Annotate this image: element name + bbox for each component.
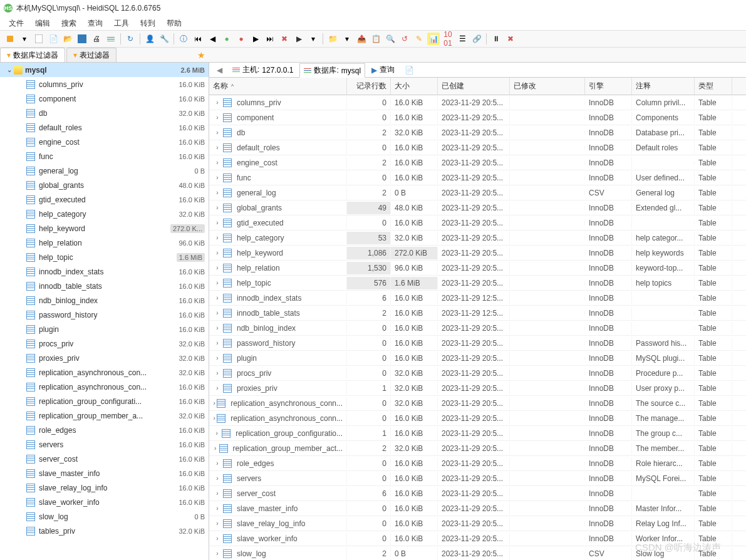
- table-row[interactable]: ›plugin 0 16.0 KiB 2023-11-29 20:5... In…: [209, 351, 746, 366]
- menu-item[interactable]: 查询: [83, 17, 108, 30]
- menu-item[interactable]: 搜索: [56, 17, 81, 30]
- table-row[interactable]: ›replication_asynchronous_conn... 0 16.0…: [209, 411, 746, 426]
- tab-table-filter[interactable]: ▾ 表过滤器: [66, 48, 117, 62]
- tree-table-row[interactable]: server_cost 16.0 KiB: [0, 452, 209, 466]
- tree-table-row[interactable]: gtid_executed 16.0 KiB: [0, 192, 209, 207]
- table-row[interactable]: ›gtid_executed 0 16.0 KiB 2023-11-29 20:…: [209, 215, 746, 231]
- tree-table-row[interactable]: func 16.0 KiB: [0, 149, 209, 163]
- tab-db-filter[interactable]: ▾ 数据库过滤器: [0, 48, 65, 62]
- caret-right-icon[interactable]: ›: [213, 385, 222, 391]
- menu-item[interactable]: 帮助: [162, 17, 187, 30]
- tree-table-row[interactable]: db 32.0 KiB: [0, 106, 209, 120]
- caret-right-icon[interactable]: ›: [213, 445, 218, 452]
- prev-icon[interactable]: ◀: [206, 33, 219, 45]
- tree-database-row[interactable]: ⌄ mysql 2.6 MiB: [0, 63, 209, 77]
- add-icon[interactable]: ●: [220, 33, 233, 45]
- table-row[interactable]: ›server_cost 6 16.0 KiB 2023-11-29 20:5.…: [209, 486, 746, 501]
- table-row[interactable]: ›slave_relay_log_info 0 16.0 KiB 2023-11…: [209, 516, 746, 531]
- tools-icon[interactable]: 🔧: [158, 33, 170, 45]
- tree-table-row[interactable]: columns_priv 16.0 KiB: [0, 77, 209, 91]
- info-icon[interactable]: ⓘ: [177, 33, 190, 45]
- run-icon[interactable]: ▶: [293, 33, 305, 45]
- table-row[interactable]: ›replication_group_member_act... 2 32.0 …: [209, 441, 746, 456]
- table-row[interactable]: ›help_category 53 32.0 KiB 2023-11-29 20…: [209, 231, 746, 246]
- tree-table-row[interactable]: innodb_index_stats 16.0 KiB: [0, 264, 209, 279]
- table-row[interactable]: ›servers 0 16.0 KiB 2023-11-29 20:5... I…: [209, 471, 746, 486]
- caret-right-icon[interactable]: ›: [213, 370, 222, 376]
- chevron-down-icon[interactable]: ▾: [18, 33, 31, 45]
- table-row[interactable]: ›procs_priv 0 32.0 KiB 2023-11-29 20:5..…: [209, 366, 746, 381]
- caret-right-icon[interactable]: ›: [213, 535, 222, 542]
- table-row[interactable]: ›component 0 16.0 KiB 2023-11-29 20:5...…: [209, 110, 746, 125]
- caret-right-icon[interactable]: ›: [213, 550, 222, 557]
- col-type[interactable]: 类型: [695, 78, 732, 95]
- caret-right-icon[interactable]: ›: [213, 249, 222, 256]
- refresh-icon[interactable]: ↻: [124, 33, 137, 45]
- chart-icon[interactable]: 📊: [427, 33, 440, 45]
- caret-right-icon[interactable]: ›: [213, 430, 220, 437]
- tab-query[interactable]: ▶ 查询: [368, 63, 398, 76]
- table-row[interactable]: ›innodb_table_stats 2 16.0 KiB 2023-11-2…: [209, 306, 746, 321]
- table-row[interactable]: ›replication_group_configuratio... 1 16.…: [209, 426, 746, 441]
- tree-table-row[interactable]: slave_relay_log_info 16.0 KiB: [0, 480, 209, 495]
- tree-table-row[interactable]: tables_priv 32.0 KiB: [0, 524, 209, 538]
- search-icon[interactable]: 🔍: [384, 33, 396, 45]
- table-grid[interactable]: 名称^ 记录行数 大小 已创建 已修改 引擎 注释 类型 ›columns_pr…: [209, 78, 746, 560]
- caret-right-icon[interactable]: ›: [213, 144, 222, 151]
- caret-right-icon[interactable]: ›: [213, 340, 222, 346]
- caret-right-icon[interactable]: ›: [213, 174, 222, 181]
- caret-right-icon[interactable]: ›: [213, 309, 222, 316]
- caret-right-icon[interactable]: ›: [213, 159, 222, 166]
- cancel-icon[interactable]: ✖: [278, 33, 291, 45]
- col-engine[interactable]: 引擎: [585, 78, 632, 95]
- caret-right-icon[interactable]: ›: [213, 355, 222, 361]
- tree-table-row[interactable]: replication_group_configurati... 16.0 Ki…: [0, 394, 209, 408]
- chevron-down-icon[interactable]: ▾: [307, 33, 319, 45]
- menu-item[interactable]: 编辑: [30, 17, 55, 30]
- tree-table-row[interactable]: slave_worker_info 16.0 KiB: [0, 495, 209, 509]
- table-row[interactable]: ›replication_asynchronous_conn... 0 32.0…: [209, 396, 746, 411]
- reset-icon[interactable]: ↺: [398, 33, 411, 45]
- caret-right-icon[interactable]: ›: [213, 189, 222, 196]
- table-row[interactable]: ›help_topic 576 1.6 MiB 2023-11-29 20:5.…: [209, 276, 746, 291]
- scroll-left-icon[interactable]: ◀: [213, 66, 226, 75]
- tree-table-row[interactable]: replication_asynchronous_con... 32.0 KiB: [0, 365, 209, 380]
- link-icon[interactable]: 🔗: [470, 33, 483, 45]
- tree-table-row[interactable]: help_category 32.0 KiB: [0, 207, 209, 221]
- tree-table-row[interactable]: slave_master_info 16.0 KiB: [0, 466, 209, 480]
- first-icon[interactable]: ⏮: [192, 33, 204, 45]
- col-rows[interactable]: 记录行数: [347, 78, 391, 95]
- tree-table-row[interactable]: global_grants 48.0 KiB: [0, 178, 209, 192]
- tree-table-row[interactable]: help_keyword 272.0 K...: [0, 221, 209, 236]
- table-row[interactable]: ›columns_priv 0 16.0 KiB 2023-11-29 20:5…: [209, 95, 746, 110]
- menu-item[interactable]: 工具: [109, 17, 134, 30]
- close-icon[interactable]: ✖: [504, 33, 517, 45]
- col-name[interactable]: 名称^: [209, 78, 347, 95]
- caret-down-icon[interactable]: ⌄: [5, 66, 14, 73]
- table-row[interactable]: ›help_keyword 1,086 272.0 KiB 2023-11-29…: [209, 246, 746, 261]
- calendar-icon[interactable]: 📋: [370, 33, 382, 45]
- tab-host[interactable]: 主机: 127.0.0.1: [229, 63, 297, 76]
- table-row[interactable]: ›global_grants 49 48.0 KiB 2023-11-29 20…: [209, 200, 746, 215]
- col-created[interactable]: 已创建: [438, 78, 510, 95]
- table-row[interactable]: ›func 0 16.0 KiB 2023-11-29 20:5... Inno…: [209, 170, 746, 185]
- caret-right-icon[interactable]: ›: [213, 415, 215, 422]
- highlight-icon[interactable]: ✎: [413, 33, 425, 45]
- export-icon[interactable]: 📤: [355, 33, 368, 45]
- tree-table-row[interactable]: component 16.0 KiB: [0, 91, 209, 106]
- table-row[interactable]: ›password_history 0 16.0 KiB 2023-11-29 …: [209, 336, 746, 351]
- menu-item[interactable]: 转到: [135, 17, 160, 30]
- table-row[interactable]: ›innodb_index_stats 6 16.0 KiB 2023-11-2…: [209, 291, 746, 306]
- table-row[interactable]: ›slave_master_info 0 16.0 KiB 2023-11-29…: [209, 501, 746, 516]
- tree-table-row[interactable]: proxies_priv 32.0 KiB: [0, 351, 209, 365]
- caret-right-icon[interactable]: ›: [213, 204, 222, 211]
- user-icon[interactable]: 👤: [143, 33, 156, 45]
- caret-right-icon[interactable]: ›: [213, 324, 222, 331]
- table-row[interactable]: ›slave_worker_info 0 16.0 KiB 2023-11-29…: [209, 531, 746, 546]
- folder-icon[interactable]: 📂: [61, 33, 74, 45]
- last-icon[interactable]: ⏭: [264, 33, 276, 45]
- tree-table-row[interactable]: help_topic 1.6 MiB: [0, 250, 209, 264]
- tree-table-row[interactable]: default_roles 16.0 KiB: [0, 120, 209, 135]
- caret-right-icon[interactable]: ›: [213, 460, 222, 467]
- lines-icon[interactable]: [105, 33, 117, 45]
